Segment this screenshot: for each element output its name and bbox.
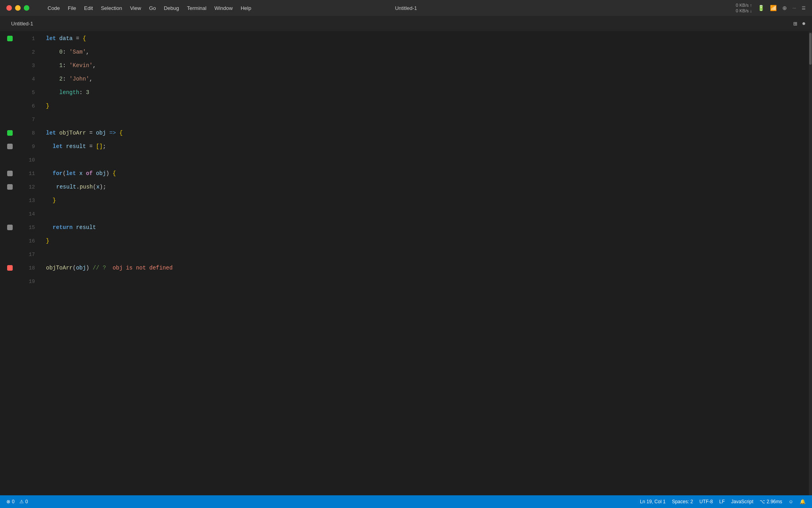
- gutter-row-12[interactable]: [0, 180, 20, 194]
- breakpoint-13[interactable]: [7, 198, 13, 203]
- extra-icon: ···: [793, 6, 796, 10]
- brace-open-1: {: [82, 35, 86, 42]
- list-icon: ☰: [802, 6, 806, 11]
- menu-edit[interactable]: Edit: [80, 4, 97, 13]
- line-num-12: 12: [20, 180, 40, 194]
- gutter-row-19[interactable]: [0, 275, 20, 288]
- breakpoint-1[interactable]: [7, 36, 13, 41]
- gutter-row-14[interactable]: [0, 207, 20, 221]
- breakpoint-10[interactable]: [7, 157, 13, 163]
- breakpoint-9[interactable]: [7, 144, 13, 149]
- menu-code[interactable]: Code: [44, 4, 64, 13]
- language-mode[interactable]: JavaScript: [731, 499, 753, 504]
- tab-untitled[interactable]: Untitled-1: [6, 18, 38, 29]
- menu-go[interactable]: Go: [145, 4, 160, 13]
- breakpoint-15[interactable]: [7, 225, 13, 230]
- breakpoint-16[interactable]: [7, 238, 13, 244]
- scrollbar-thumb[interactable]: [809, 33, 812, 65]
- apple-menu[interactable]: [34, 6, 42, 10]
- breakpoint-17[interactable]: [7, 252, 13, 257]
- breakpoint-4[interactable]: [7, 76, 13, 82]
- close-button[interactable]: [6, 5, 12, 11]
- fn-objToArr: objToArr: [59, 130, 86, 136]
- breakpoint-18[interactable]: [7, 265, 13, 271]
- indent-15: [46, 224, 53, 231]
- gutter-row-8[interactable]: [0, 126, 20, 140]
- indent-2: [46, 49, 59, 55]
- line-ending[interactable]: LF: [719, 499, 725, 504]
- param-obj: obj: [96, 130, 106, 136]
- gutter-row-7[interactable]: [0, 113, 20, 126]
- error-count[interactable]: ⊗ 0 ⚠ 0: [6, 499, 28, 504]
- download-speed: 0 KB/s ↓: [736, 8, 752, 13]
- window-title: Untitled-1: [395, 5, 417, 11]
- semi-9: ;: [103, 143, 106, 150]
- split-editor-icon[interactable]: ⊞: [793, 20, 797, 28]
- breakpoint-14[interactable]: [7, 211, 13, 217]
- menu-file[interactable]: File: [64, 4, 80, 13]
- cursor-position[interactable]: Ln 19, Col 1: [640, 499, 666, 504]
- breakpoint-6[interactable]: [7, 103, 13, 109]
- gutter-row-4[interactable]: [0, 72, 20, 86]
- num-0: 0: [59, 49, 63, 55]
- gutter-row-10[interactable]: [0, 153, 20, 167]
- minimize-button[interactable]: [15, 5, 21, 11]
- breakpoint-5[interactable]: [7, 90, 13, 95]
- code-editor[interactable]: let data = { 0: 'Sam', 1: 'Kevin', 2: 'J…: [40, 32, 809, 495]
- breakpoint-3[interactable]: [7, 63, 13, 68]
- gutter-row-13[interactable]: [0, 194, 20, 207]
- code-line-2: 0: 'Sam',: [43, 45, 809, 59]
- keyword-of: of: [86, 170, 96, 177]
- code-line-4: 2: 'John',: [43, 72, 809, 86]
- gutter-row-6[interactable]: [0, 99, 20, 113]
- gutter-row-16[interactable]: [0, 234, 20, 248]
- paren-open-18: (: [73, 265, 76, 271]
- menu-window[interactable]: Window: [211, 4, 237, 13]
- traffic-lights[interactable]: [6, 5, 29, 11]
- keyword-let-9: let: [53, 143, 66, 150]
- smiley-icon[interactable]: ☺: [789, 499, 793, 504]
- menu-terminal[interactable]: Terminal: [183, 4, 211, 13]
- breakpoint-8[interactable]: [7, 130, 13, 136]
- colon-2: :: [63, 49, 69, 55]
- gutter-row-3[interactable]: [0, 59, 20, 72]
- line-num-14: 14: [20, 207, 40, 221]
- paren-close-18: ): [86, 265, 89, 271]
- menu-debug[interactable]: Debug: [160, 4, 183, 13]
- str-john: 'John': [69, 76, 89, 82]
- file-encoding[interactable]: UTF-8: [699, 499, 713, 504]
- breakpoint-2[interactable]: [7, 49, 13, 55]
- indent-size[interactable]: Spaces: 2: [672, 499, 693, 504]
- bell-icon[interactable]: 🔔: [800, 499, 806, 504]
- line-num-3: 3: [20, 59, 40, 72]
- code-line-14: [43, 207, 809, 221]
- menu-selection[interactable]: Selection: [97, 4, 126, 13]
- maximize-button[interactable]: [24, 5, 29, 11]
- scrollbar[interactable]: [809, 32, 812, 495]
- num-2: 2: [59, 76, 63, 82]
- empty-7: [46, 116, 49, 123]
- menu-help[interactable]: Help: [237, 4, 255, 13]
- menu-bar: Code File Edit Selection View Go Debug T…: [34, 4, 255, 13]
- num-3: 3: [86, 89, 89, 96]
- gutter-row-5[interactable]: [0, 86, 20, 99]
- menu-view[interactable]: View: [126, 4, 145, 13]
- breakpoint-19[interactable]: [7, 279, 13, 284]
- gutter-row-9[interactable]: [0, 140, 20, 153]
- airdrop-icon: ⊕: [782, 5, 787, 11]
- breakpoint-12[interactable]: [7, 184, 13, 190]
- gutter-row-11[interactable]: [0, 167, 20, 180]
- code-line-18: objToArr(obj) // ? obj is not defined: [43, 261, 809, 275]
- gutter-row-2[interactable]: [0, 45, 20, 59]
- tabbar-right: ⊞ ●: [793, 20, 806, 28]
- comma-4: ,: [89, 76, 92, 82]
- gutter-row-17[interactable]: [0, 248, 20, 261]
- error-message: obj is not defined: [109, 265, 173, 271]
- gutter-row-18[interactable]: [0, 261, 20, 275]
- comment-q-mark: ?: [103, 265, 109, 271]
- gutter-row-15[interactable]: [0, 221, 20, 234]
- gutter-row-1[interactable]: [0, 32, 20, 45]
- breakpoint-11[interactable]: [7, 171, 13, 176]
- brace-open-8: {: [119, 130, 123, 136]
- breakpoint-7[interactable]: [7, 117, 13, 122]
